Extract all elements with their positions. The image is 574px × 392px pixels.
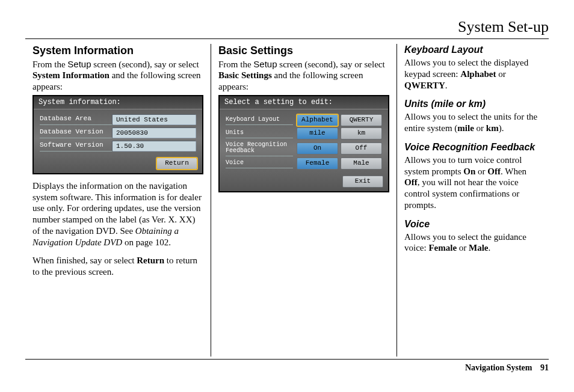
text: . (489, 243, 491, 253)
info-value: 20050830 (112, 127, 196, 138)
rule-bottom (25, 359, 549, 360)
text: QWERTY (404, 81, 445, 90)
osd-footer: Exit (220, 173, 388, 191)
info-row: Database Area United States (40, 113, 196, 126)
text: or (475, 167, 487, 176)
text: When finished, say or select (32, 256, 137, 265)
text: or (474, 123, 486, 133)
text: Allows you to select the displayed keypa… (404, 57, 542, 91)
option-female[interactable]: Female (297, 158, 338, 170)
chapter-title: System Set-up (25, 18, 549, 36)
info-label: Software Version (40, 140, 112, 152)
info-row: Database Version 20050830 (40, 126, 196, 139)
setting-label: Keyboard Layout (226, 115, 293, 125)
text: screen (second), say or select (277, 60, 385, 69)
text: Allows you to turn voice control system … (404, 155, 542, 211)
text: From the (32, 60, 67, 69)
col1-para2: Displays the information on the navigati… (32, 180, 203, 248)
option-mile[interactable]: mile (297, 127, 338, 139)
col2-intro: From the Setup screen (second), say or s… (218, 59, 389, 93)
return-button[interactable]: Return (156, 158, 197, 170)
setting-options: On Off (297, 142, 382, 155)
option-off[interactable]: Off (341, 142, 382, 155)
text: Return (137, 256, 164, 265)
text: mile (457, 123, 474, 133)
info-value: United States (112, 114, 196, 125)
section-heading-system-information: System Information (32, 44, 203, 58)
text: Off (404, 177, 418, 187)
text: Female (428, 243, 457, 253)
setting-row-voice-recognition-feedback: Voice Recognition Feedback On Off (226, 141, 382, 156)
text: Male (469, 243, 488, 253)
text: on page 102. (122, 237, 171, 247)
text: . (445, 81, 448, 90)
page-footer: Navigation System 91 (25, 363, 549, 373)
text: ). (499, 123, 504, 133)
text: screen (second), say or select (91, 60, 199, 69)
setting-options: mile km (297, 127, 382, 139)
info-label: Database Version (40, 127, 112, 138)
subsection-voice-recognition-feedback: Voice Recognition Feedback (404, 141, 542, 153)
option-on[interactable]: On (297, 142, 338, 155)
osd-title: Select a setting to edit: (220, 96, 388, 109)
osd-footer: Return (34, 155, 202, 173)
osd-title: System information: (34, 96, 202, 109)
info-value: 1.50.30 (112, 141, 196, 152)
setting-row-keyboard-layout: Keyboard Layout Alphabet QWERTY (226, 114, 382, 126)
setting-label: Units (226, 129, 293, 138)
page-number: 91 (540, 363, 549, 372)
text: Alphabet (460, 69, 496, 79)
rule-top (25, 38, 549, 39)
text: km (486, 123, 499, 133)
screenshot-basic-settings: Select a setting to edit: Keyboard Layou… (218, 95, 389, 192)
setting-label: Voice (226, 159, 293, 168)
column-3: Keyboard Layout Allows you to select the… (397, 44, 549, 357)
setting-options: Female Male (297, 158, 382, 170)
text: Off (487, 167, 501, 176)
option-km[interactable]: km (341, 127, 382, 139)
info-row: Software Version 1.50.30 (40, 139, 196, 153)
option-qwerty[interactable]: QWERTY (341, 114, 382, 126)
footer-label: Navigation System (465, 363, 532, 372)
subsection-voice: Voice (404, 218, 542, 230)
text: Setup (253, 59, 277, 69)
screenshot-system-information: System information: Database Area United… (32, 95, 203, 174)
manual-page: System Set-up System Information From th… (0, 0, 574, 392)
text: . When (501, 167, 526, 176)
text: System Information (32, 70, 110, 80)
text: On (463, 167, 475, 176)
text: , you will not hear the voice control sy… (404, 177, 519, 210)
setting-options: Alphabet QWERTY (297, 114, 382, 126)
option-male[interactable]: Male (341, 158, 382, 170)
subsection-keyboard-layout: Keyboard Layout (404, 44, 542, 56)
col1-intro: From the Setup screen (second), say or s… (32, 59, 203, 93)
exit-button[interactable]: Exit (342, 176, 383, 188)
subsection-units: Units (mile or km) (404, 98, 542, 110)
text: Allows you to select the units for the e… (404, 111, 542, 134)
columns: System Information From the Setup screen… (25, 44, 549, 357)
column-2: Basic Settings From the Setup screen (se… (211, 44, 397, 357)
section-heading-basic-settings: Basic Settings (218, 44, 389, 58)
option-alphabet[interactable]: Alphabet (297, 114, 338, 126)
setting-label: Voice Recognition Feedback (226, 141, 293, 156)
setting-row-voice: Voice Female Male (226, 158, 382, 170)
text: Setup (67, 59, 91, 69)
text: or (457, 243, 469, 253)
info-label: Database Area (40, 114, 112, 125)
osd-body: Keyboard Layout Alphabet QWERTY Units mi… (220, 109, 388, 173)
setting-row-units: Units mile km (226, 127, 382, 139)
text: or (496, 69, 505, 79)
osd-body: Database Area United States Database Ver… (34, 109, 202, 155)
text: Allows you to select the guidance voice:… (404, 231, 542, 254)
column-1: System Information From the Setup screen… (25, 44, 211, 357)
text: Basic Settings (218, 70, 272, 80)
text: From the (218, 60, 253, 69)
col1-para3: When finished, say or select Return to r… (32, 255, 203, 278)
